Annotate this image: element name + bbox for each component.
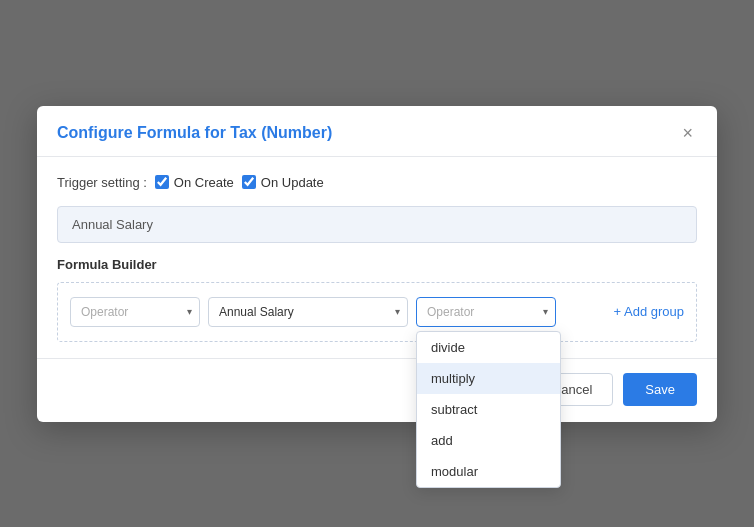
modal-title-field: Tax	[230, 124, 256, 141]
operator-right-dropdown-wrapper: Operator ▾ divide multiply subtract add …	[416, 297, 556, 327]
operator-left-select[interactable]: Operator	[70, 297, 200, 327]
field-select[interactable]: Annual Salary	[208, 297, 408, 327]
on-create-checkbox[interactable]	[155, 175, 169, 189]
on-create-checkbox-label[interactable]: On Create	[155, 175, 234, 190]
on-create-label: On Create	[174, 175, 234, 190]
trigger-label: Trigger setting :	[57, 175, 147, 190]
dropdown-item-multiply[interactable]: multiply	[417, 363, 560, 394]
builder-row: Operator ▾ Annual Salary ▾ Operat	[70, 297, 684, 327]
modal-header: Configure Formula for Tax (Number) ×	[37, 106, 717, 157]
modal-title: Configure Formula for Tax (Number)	[57, 124, 332, 142]
dropdown-item-subtract[interactable]: subtract	[417, 394, 560, 425]
modal-title-prefix: Configure Formula for	[57, 124, 230, 141]
configure-formula-modal: Configure Formula for Tax (Number) × Tri…	[37, 106, 717, 422]
trigger-setting-row: Trigger setting : On Create On Update	[57, 175, 697, 190]
on-update-label: On Update	[261, 175, 324, 190]
dropdown-item-add[interactable]: add	[417, 425, 560, 456]
save-button[interactable]: Save	[623, 373, 697, 406]
close-button[interactable]: ×	[678, 122, 697, 144]
formula-builder-label: Formula Builder	[57, 257, 697, 272]
dropdown-item-divide[interactable]: divide	[417, 332, 560, 363]
modal-title-suffix: (Number)	[257, 124, 333, 141]
field-select-wrapper: Annual Salary ▾	[208, 297, 408, 327]
dropdown-item-modular[interactable]: modular	[417, 456, 560, 487]
formula-builder-area: Operator ▾ Annual Salary ▾ Operat	[57, 282, 697, 342]
operator-right-select-wrapper: Operator ▾	[416, 297, 556, 327]
on-update-checkbox-label[interactable]: On Update	[242, 175, 324, 190]
operator-dropdown-menu: divide multiply subtract add modular	[416, 331, 561, 488]
operator-right-select[interactable]: Operator	[416, 297, 556, 327]
operator-left-select-wrapper: Operator ▾	[70, 297, 200, 327]
field-display: Annual Salary	[57, 206, 697, 243]
add-group-button[interactable]: + Add group	[614, 304, 684, 319]
modal-body: Trigger setting : On Create On Update An…	[37, 157, 717, 358]
on-update-checkbox[interactable]	[242, 175, 256, 189]
modal-footer: Cancel Save	[37, 358, 717, 422]
